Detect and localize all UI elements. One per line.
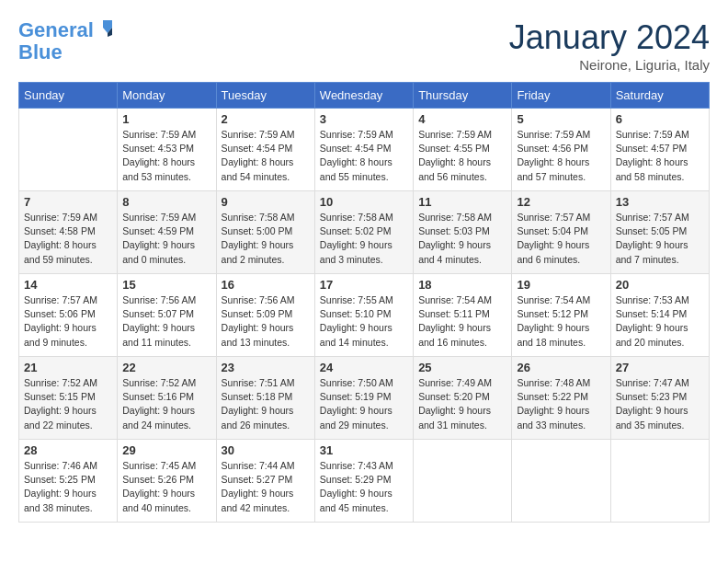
day-info: Sunrise: 7:52 AM Sunset: 5:16 PM Dayligh… (122, 376, 210, 432)
day-info: Sunrise: 7:56 AM Sunset: 5:07 PM Dayligh… (122, 293, 210, 350)
day-of-week-header: Wednesday (314, 83, 413, 109)
day-info: Sunrise: 7:44 AM Sunset: 5:27 PM Dayligh… (222, 459, 310, 515)
calendar-cell (512, 440, 610, 523)
calendar-cell: 10Sunrise: 7:58 AM Sunset: 5:02 PM Dayli… (314, 191, 413, 274)
day-number: 6 (616, 112, 704, 126)
day-info: Sunrise: 7:48 AM Sunset: 5:22 PM Dayligh… (517, 376, 605, 432)
calendar-cell: 24Sunrise: 7:50 AM Sunset: 5:19 PM Dayli… (314, 357, 413, 440)
day-info: Sunrise: 7:58 AM Sunset: 5:00 PM Dayligh… (222, 211, 310, 267)
logo-icon (101, 18, 114, 37)
calendar-cell: 31Sunrise: 7:43 AM Sunset: 5:29 PM Dayli… (314, 440, 413, 523)
day-info: Sunrise: 7:58 AM Sunset: 5:03 PM Dayligh… (418, 211, 506, 267)
day-number: 5 (517, 112, 605, 126)
logo-general: General (18, 18, 94, 41)
day-info: Sunrise: 7:59 AM Sunset: 4:57 PM Dayligh… (616, 128, 704, 184)
logo: General Blue (18, 18, 114, 63)
day-info: Sunrise: 7:51 AM Sunset: 5:18 PM Dayligh… (222, 376, 310, 432)
calendar-cell: 7Sunrise: 7:59 AM Sunset: 4:58 PM Daylig… (19, 191, 118, 274)
day-number: 26 (517, 361, 605, 374)
calendar-week-row: 28Sunrise: 7:46 AM Sunset: 5:25 PM Dayli… (19, 440, 710, 523)
day-info: Sunrise: 7:46 AM Sunset: 5:25 PM Dayligh… (24, 459, 112, 515)
day-info: Sunrise: 7:45 AM Sunset: 5:26 PM Dayligh… (122, 459, 210, 515)
day-number: 31 (320, 443, 408, 457)
day-number: 16 (222, 278, 310, 292)
day-info: Sunrise: 7:59 AM Sunset: 4:54 PM Dayligh… (222, 128, 310, 184)
calendar-cell: 14Sunrise: 7:57 AM Sunset: 5:06 PM Dayli… (19, 274, 118, 357)
day-info: Sunrise: 7:55 AM Sunset: 5:10 PM Dayligh… (320, 293, 408, 350)
day-number: 14 (24, 278, 112, 292)
day-info: Sunrise: 7:52 AM Sunset: 5:15 PM Dayligh… (24, 376, 112, 432)
location: Neirone, Liguria, Italy (509, 57, 710, 73)
calendar-week-row: 7Sunrise: 7:59 AM Sunset: 4:58 PM Daylig… (19, 191, 710, 274)
day-number: 7 (24, 195, 112, 209)
day-info: Sunrise: 7:43 AM Sunset: 5:29 PM Dayligh… (320, 459, 408, 515)
calendar-cell (19, 109, 118, 191)
day-info: Sunrise: 7:49 AM Sunset: 5:20 PM Dayligh… (418, 376, 506, 432)
calendar-header-row: SundayMondayTuesdayWednesdayThursdayFrid… (19, 83, 710, 109)
day-number: 17 (320, 278, 408, 292)
day-info: Sunrise: 7:59 AM Sunset: 4:59 PM Dayligh… (122, 211, 210, 267)
day-number: 27 (616, 361, 704, 374)
day-info: Sunrise: 7:59 AM Sunset: 4:53 PM Dayligh… (122, 128, 210, 184)
calendar-cell: 11Sunrise: 7:58 AM Sunset: 5:03 PM Dayli… (414, 191, 512, 274)
calendar-cell: 2Sunrise: 7:59 AM Sunset: 4:54 PM Daylig… (216, 109, 314, 191)
day-info: Sunrise: 7:56 AM Sunset: 5:09 PM Dayligh… (222, 293, 310, 350)
calendar-cell: 22Sunrise: 7:52 AM Sunset: 5:16 PM Dayli… (118, 357, 216, 440)
calendar-cell: 29Sunrise: 7:45 AM Sunset: 5:26 PM Dayli… (118, 440, 216, 523)
day-number: 13 (616, 195, 704, 209)
calendar-cell: 21Sunrise: 7:52 AM Sunset: 5:15 PM Dayli… (19, 357, 118, 440)
calendar-cell: 6Sunrise: 7:59 AM Sunset: 4:57 PM Daylig… (610, 109, 709, 191)
day-info: Sunrise: 7:59 AM Sunset: 4:55 PM Dayligh… (418, 128, 506, 184)
day-of-week-header: Friday (512, 83, 610, 109)
day-number: 2 (222, 112, 310, 126)
calendar-cell: 20Sunrise: 7:53 AM Sunset: 5:14 PM Dayli… (610, 274, 709, 357)
calendar-table: SundayMondayTuesdayWednesdayThursdayFrid… (18, 82, 710, 523)
day-number: 11 (418, 195, 506, 209)
day-info: Sunrise: 7:53 AM Sunset: 5:14 PM Dayligh… (616, 293, 704, 350)
day-number: 25 (418, 361, 506, 374)
calendar-cell: 5Sunrise: 7:59 AM Sunset: 4:56 PM Daylig… (512, 109, 610, 191)
calendar-cell: 23Sunrise: 7:51 AM Sunset: 5:18 PM Dayli… (216, 357, 314, 440)
page-header: General Blue January 2024 Neirone, Ligur… (18, 18, 710, 73)
day-number: 10 (320, 195, 408, 209)
title-block: January 2024 Neirone, Liguria, Italy (509, 18, 710, 73)
calendar-week-row: 1Sunrise: 7:59 AM Sunset: 4:53 PM Daylig… (19, 109, 710, 191)
day-number: 24 (320, 361, 408, 374)
day-info: Sunrise: 7:59 AM Sunset: 4:54 PM Dayligh… (320, 128, 408, 184)
day-number: 28 (24, 443, 112, 457)
calendar-cell: 1Sunrise: 7:59 AM Sunset: 4:53 PM Daylig… (118, 109, 216, 191)
calendar-cell: 30Sunrise: 7:44 AM Sunset: 5:27 PM Dayli… (216, 440, 314, 523)
calendar-cell (414, 440, 512, 523)
day-info: Sunrise: 7:59 AM Sunset: 4:56 PM Dayligh… (517, 128, 605, 184)
day-number: 1 (122, 112, 210, 126)
calendar-cell: 17Sunrise: 7:55 AM Sunset: 5:10 PM Dayli… (314, 274, 413, 357)
day-number: 22 (122, 361, 210, 374)
day-info: Sunrise: 7:47 AM Sunset: 5:23 PM Dayligh… (616, 376, 704, 432)
calendar-cell: 16Sunrise: 7:56 AM Sunset: 5:09 PM Dayli… (216, 274, 314, 357)
day-number: 20 (616, 278, 704, 292)
calendar-cell: 3Sunrise: 7:59 AM Sunset: 4:54 PM Daylig… (314, 109, 413, 191)
day-number: 8 (122, 195, 210, 209)
calendar-cell: 28Sunrise: 7:46 AM Sunset: 5:25 PM Dayli… (19, 440, 118, 523)
logo-text: General (18, 18, 114, 41)
calendar-cell: 13Sunrise: 7:57 AM Sunset: 5:05 PM Dayli… (610, 191, 709, 274)
day-number: 29 (122, 443, 210, 457)
day-of-week-header: Monday (118, 83, 216, 109)
calendar-week-row: 14Sunrise: 7:57 AM Sunset: 5:06 PM Dayli… (19, 274, 710, 357)
calendar-cell: 19Sunrise: 7:54 AM Sunset: 5:12 PM Dayli… (512, 274, 610, 357)
calendar-cell: 25Sunrise: 7:49 AM Sunset: 5:20 PM Dayli… (414, 357, 512, 440)
day-of-week-header: Sunday (19, 83, 118, 109)
day-info: Sunrise: 7:50 AM Sunset: 5:19 PM Dayligh… (320, 376, 408, 432)
day-info: Sunrise: 7:57 AM Sunset: 5:06 PM Dayligh… (24, 293, 112, 350)
day-of-week-header: Saturday (610, 83, 709, 109)
day-number: 18 (418, 278, 506, 292)
day-number: 15 (122, 278, 210, 292)
day-of-week-header: Thursday (414, 83, 512, 109)
day-number: 21 (24, 361, 112, 374)
logo-blue: Blue (18, 41, 114, 63)
day-number: 19 (517, 278, 605, 292)
day-number: 3 (320, 112, 408, 126)
calendar-cell: 26Sunrise: 7:48 AM Sunset: 5:22 PM Dayli… (512, 357, 610, 440)
day-number: 4 (418, 112, 506, 126)
month-title: January 2024 (509, 18, 710, 57)
